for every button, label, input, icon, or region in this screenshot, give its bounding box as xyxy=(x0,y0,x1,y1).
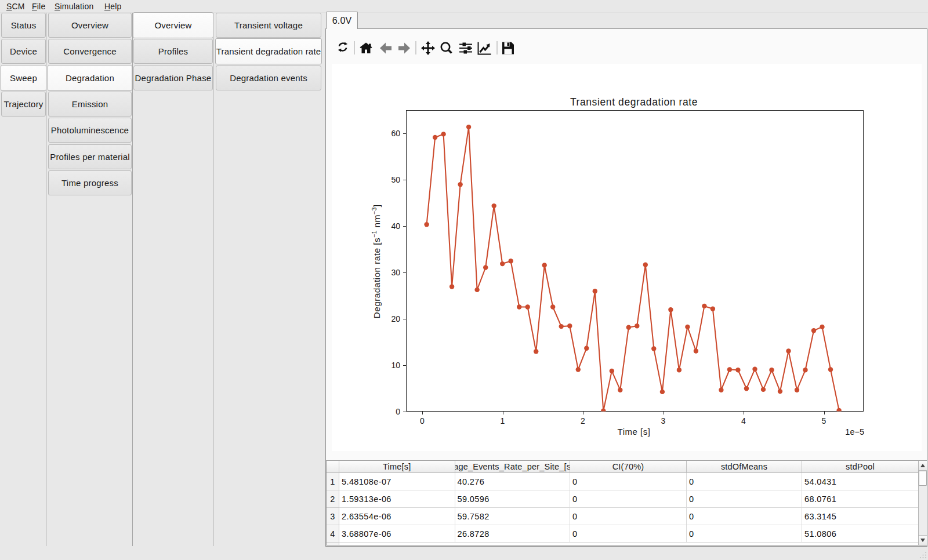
svg-text:Degradation rate [s−1 nm−3]: Degradation rate [s−1 nm−3] xyxy=(371,205,382,319)
svg-text:40: 40 xyxy=(391,221,400,231)
svg-text:3: 3 xyxy=(661,416,666,426)
svg-text:0: 0 xyxy=(420,416,425,426)
svg-text:Time [s]: Time [s] xyxy=(618,427,651,437)
svg-text:30: 30 xyxy=(391,268,400,277)
svg-text:50: 50 xyxy=(391,175,400,184)
svg-text:10: 10 xyxy=(391,361,400,370)
svg-text:5: 5 xyxy=(822,416,826,426)
svg-text:20: 20 xyxy=(391,314,400,323)
svg-text:60: 60 xyxy=(391,129,400,138)
svg-text:2: 2 xyxy=(581,416,585,426)
svg-text:1e−5: 1e−5 xyxy=(845,427,864,437)
svg-text:Transient degradation rate: Transient degradation rate xyxy=(570,96,698,108)
svg-text:1: 1 xyxy=(501,416,505,426)
svg-text:0: 0 xyxy=(396,407,400,416)
svg-text:4: 4 xyxy=(741,416,746,426)
